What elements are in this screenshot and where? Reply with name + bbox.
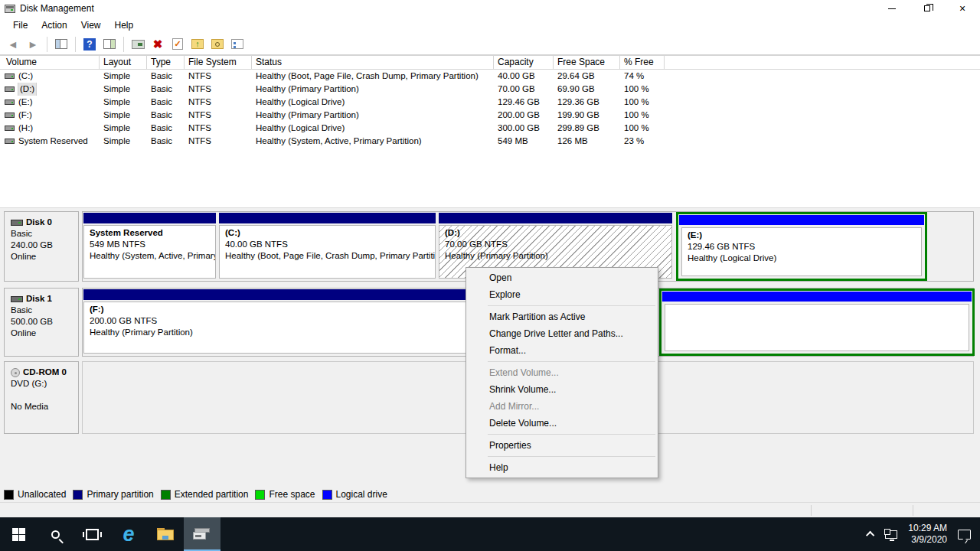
mark-active-button[interactable]: ✓	[169, 36, 186, 53]
cdrom-label-panel[interactable]: CD-ROM 0 DVD (G:) No Media	[4, 361, 79, 434]
console-tree-button[interactable]	[53, 36, 70, 53]
col-filler	[665, 56, 980, 70]
taskbar-clock[interactable]: 10:29 AM 3/9/2020	[908, 523, 947, 546]
partition-system-reserved[interactable]: System Reserved 549 MB NTFS Healthy (Sys…	[83, 213, 216, 280]
action-center-icon[interactable]	[958, 530, 971, 540]
folder-up-icon: ↑	[191, 39, 204, 49]
legend-swatch	[322, 490, 332, 500]
context-menu-add-mirror: Add Mirror...	[466, 398, 658, 415]
menu-action[interactable]: Action	[34, 18, 74, 33]
minimize-button[interactable]	[874, 0, 910, 17]
disk-icon	[11, 220, 23, 226]
window-title: Disk Management	[20, 3, 94, 14]
context-menu-change-drive-letter[interactable]: Change Drive Letter and Paths...	[466, 325, 658, 342]
tray-expand-icon[interactable]	[866, 531, 874, 540]
menu-file[interactable]: File	[6, 18, 34, 33]
search-button[interactable]	[37, 517, 74, 551]
disk-management-window: Disk Management × File Action View Help …	[0, 0, 980, 517]
disk0-label-panel[interactable]: Disk 0 Basic 240.00 GB Online	[4, 211, 79, 282]
volume-icon	[5, 126, 15, 131]
col-layout[interactable]: Layout	[100, 56, 147, 70]
console-tree-icon	[55, 39, 67, 49]
table-row-d[interactable]: (D:) Simple Basic NTFS Healthy (Primary …	[0, 83, 980, 96]
legend-free-space: Free space	[255, 489, 315, 500]
menu-help[interactable]: Help	[108, 18, 141, 33]
status-separator	[913, 505, 913, 516]
volume-icon	[5, 139, 15, 144]
task-view-icon	[86, 529, 99, 540]
volume-icon	[5, 86, 15, 92]
partition-context-menu: Open Explore Mark Partition as Active Ch…	[466, 267, 658, 478]
col-free-space[interactable]: Free Space	[554, 56, 620, 70]
context-menu-shrink-volume[interactable]: Shrink Volume...	[466, 381, 658, 398]
volume-list-pane: Volume Layout Type File System Status Ca…	[0, 55, 980, 207]
delete-button[interactable]: ✖	[149, 36, 166, 53]
context-menu-explore[interactable]: Explore	[466, 286, 658, 303]
partition-color-band	[662, 292, 972, 302]
volume-table-header: Volume Layout Type File System Status Ca…	[0, 55, 980, 70]
legend-swatch	[255, 490, 265, 500]
context-menu-properties[interactable]: Properties	[466, 437, 658, 454]
screen-icon	[132, 40, 145, 49]
volume-icon	[5, 73, 15, 79]
close-button[interactable]: ×	[945, 0, 980, 17]
action-pane-button[interactable]	[101, 36, 118, 53]
partition-c[interactable]: (C:) 40.00 GB NTFS Healthy (Boot, Page F…	[219, 213, 436, 280]
menu-bar: File Action View Help	[0, 17, 980, 34]
context-menu-extend-volume: Extend Volume...	[466, 364, 658, 381]
volume-icon	[5, 112, 15, 118]
col-type[interactable]: Type	[147, 56, 185, 70]
forward-button[interactable]: ►	[24, 36, 41, 53]
restore-button[interactable]	[910, 0, 945, 17]
internet-explorer-button[interactable]: e	[110, 517, 147, 551]
context-menu-help[interactable]: Help	[466, 459, 658, 476]
properties-list-icon	[231, 39, 243, 49]
title-bar: Disk Management ×	[0, 0, 980, 17]
table-row-f[interactable]: (F:) Simple Basic NTFS Healthy (Primary …	[0, 109, 980, 122]
app-icon	[5, 5, 15, 13]
back-button[interactable]: ◄	[5, 36, 21, 53]
context-menu-delete-volume[interactable]: Delete Volume...	[466, 415, 658, 432]
col-status[interactable]: Status	[252, 56, 494, 70]
properties-button[interactable]	[229, 36, 246, 53]
context-menu-mark-partition-active[interactable]: Mark Partition as Active	[466, 308, 658, 325]
col-capacity[interactable]: Capacity	[494, 56, 554, 70]
partition-color-band	[439, 213, 672, 223]
col-volume[interactable]: Volume	[0, 56, 100, 70]
help-button[interactable]: ?	[81, 36, 98, 53]
menu-view[interactable]: View	[74, 18, 108, 33]
refresh-button[interactable]	[129, 36, 146, 53]
folder-search-icon	[211, 39, 224, 49]
legend-unallocated: Unallocated	[4, 489, 66, 500]
table-row-c[interactable]: (C:) Simple Basic NTFS Healthy (Boot, Pa…	[0, 70, 980, 83]
table-row-h[interactable]: (H:) Simple Basic NTFS Healthy (Logical …	[0, 122, 980, 135]
clock-date: 3/9/2020	[908, 534, 947, 546]
disk-icon	[11, 296, 23, 302]
toolbar: ◄ ► ? ✖ ✓ ↑	[0, 34, 980, 55]
partition-e-extended[interactable]: (E:) 129.46 GB NTFS Healthy (Logical Dri…	[676, 212, 927, 281]
extend-button[interactable]: ↑	[189, 36, 206, 53]
task-view-button[interactable]	[74, 517, 110, 551]
col-pct-free[interactable]: % Free	[620, 56, 665, 70]
partition-color-band	[219, 213, 436, 223]
partition-color-band	[83, 213, 216, 223]
disk1-label-panel[interactable]: Disk 1 Basic 500.00 GB Online	[4, 288, 79, 357]
partition-h-extended[interactable]	[659, 289, 975, 356]
context-menu-open[interactable]: Open	[466, 269, 658, 286]
start-button[interactable]	[0, 517, 37, 551]
toolbar-separator	[123, 37, 124, 52]
explore-button[interactable]	[209, 36, 226, 53]
legend-logical-drive: Logical drive	[322, 489, 387, 500]
table-row-e[interactable]: (E:) Simple Basic NTFS Healthy (Logical …	[0, 96, 980, 109]
table-row-system-reserved[interactable]: System Reserved Simple Basic NTFS Health…	[0, 135, 980, 148]
taskbar: e 10:29 AM 3/9/2020	[0, 517, 980, 551]
file-explorer-button[interactable]	[147, 517, 184, 551]
legend-swatch	[161, 490, 171, 500]
context-menu-format[interactable]: Format...	[466, 342, 658, 359]
context-menu-separator	[488, 434, 655, 435]
restore-icon	[924, 5, 930, 11]
disk-management-taskbar-button[interactable]	[184, 517, 220, 551]
legend-swatch	[4, 490, 14, 500]
col-file-system[interactable]: File System	[185, 56, 252, 70]
network-icon[interactable]	[885, 530, 897, 539]
